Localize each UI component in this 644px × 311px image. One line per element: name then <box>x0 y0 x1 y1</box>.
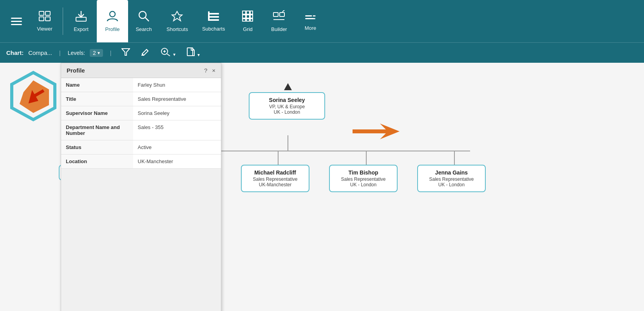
levels-chevron-icon[interactable]: ▾ <box>98 50 100 56</box>
tim-title: Sales Representative <box>335 176 391 182</box>
grid-label: Grid <box>243 26 253 32</box>
michael-title: Sales Representative <box>247 176 303 182</box>
profile-panel-header: Profile ? × <box>61 63 221 78</box>
svg-rect-14 <box>242 11 246 14</box>
michael-name: Michael Radcliff <box>247 169 303 176</box>
profile-panel-title: Profile <box>67 67 85 74</box>
jenna-node[interactable]: Jenna Gains Sales Representative UK - Lo… <box>417 165 486 192</box>
svg-rect-19 <box>250 15 253 18</box>
svg-line-8 <box>145 18 149 21</box>
svg-rect-13 <box>208 11 210 21</box>
svg-rect-18 <box>246 15 250 18</box>
viewer-icon <box>38 11 51 24</box>
svg-line-39 <box>167 54 170 56</box>
sorina-title: VP, UK & Europe <box>255 104 319 109</box>
shortcuts-label: Shortcuts <box>166 26 188 32</box>
builder-icon <box>273 10 285 24</box>
svg-rect-12 <box>208 19 219 21</box>
profile-panel: Profile ? × NameFarley ShunTitleSales Re… <box>61 63 221 311</box>
menu-button[interactable] <box>4 0 29 42</box>
document-button[interactable]: ▾ <box>183 45 203 60</box>
profile-row: NameFarley Shun <box>61 78 221 92</box>
profile-icon <box>107 10 118 24</box>
levels-control[interactable]: 2 ▾ <box>90 49 103 57</box>
profile-label: Profile <box>105 26 120 32</box>
export-button[interactable]: Export <box>65 0 97 42</box>
toolbar: Viewer Export Profile <box>0 0 644 42</box>
svg-rect-11 <box>208 16 219 18</box>
svg-rect-22 <box>250 19 253 21</box>
levels-label: Levels: <box>68 50 85 56</box>
builder-button[interactable]: Builder <box>263 0 295 42</box>
grid-button[interactable]: Grid <box>232 0 263 42</box>
svg-rect-10 <box>208 13 219 15</box>
michael-node[interactable]: Michael Radcliff Sales Representative UK… <box>241 165 309 192</box>
svg-rect-23 <box>273 13 278 16</box>
profile-field-value: Sales - 355 <box>133 120 221 140</box>
profile-field-label: Status <box>61 140 133 155</box>
subcharts-button[interactable]: Subcharts <box>195 0 232 42</box>
tim-node[interactable]: Tim Bishop Sales Representative UK - Lon… <box>329 165 398 192</box>
filter-button[interactable] <box>118 46 133 59</box>
zoom-button[interactable]: ▾ <box>157 46 179 60</box>
profile-field-label: Supervisor Name <box>61 106 133 120</box>
svg-marker-54 <box>353 124 400 139</box>
svg-line-26 <box>282 10 284 12</box>
jenna-title: Sales Representative <box>423 176 479 182</box>
profile-panel-controls: ? × <box>204 67 215 74</box>
sorina-location: UK - London <box>255 109 319 115</box>
more-button[interactable]: More <box>295 0 326 42</box>
svg-point-33 <box>314 15 315 16</box>
profile-field-value: Sorina Seeley <box>133 106 221 120</box>
logo <box>8 71 59 127</box>
profile-field-label: Name <box>61 78 133 92</box>
edit-button[interactable] <box>138 46 153 60</box>
tim-name: Tim Bishop <box>335 169 391 176</box>
profile-button[interactable]: Profile <box>97 0 128 42</box>
chart-bar: Chart: Compa... | Levels: 2 ▾ | ▾ ▾ <box>0 42 644 63</box>
profile-field-label: Department Name and Number <box>61 120 133 140</box>
profile-row: LocationUK-Manchester <box>61 155 221 169</box>
main-area: Profile ? × NameFarley ShunTitleSales Re… <box>0 63 644 311</box>
svg-rect-2 <box>39 17 44 21</box>
sorina-node[interactable]: Sorina Seeley VP, UK & Europe UK - Londo… <box>249 92 325 120</box>
shortcuts-button[interactable]: Shortcuts <box>159 0 195 42</box>
profile-row: StatusActive <box>61 140 221 155</box>
svg-rect-24 <box>280 13 284 16</box>
svg-rect-21 <box>246 19 250 21</box>
svg-rect-16 <box>250 11 253 14</box>
hamburger-icon <box>11 18 22 25</box>
tim-location: UK - London <box>335 182 391 187</box>
subcharts-icon <box>207 11 220 24</box>
profile-row: Supervisor NameSorina Seeley <box>61 106 221 120</box>
more-icon <box>304 12 316 23</box>
search-icon <box>138 10 150 24</box>
profile-field-value: Sales Representative <box>133 92 221 106</box>
search-label: Search <box>136 26 152 32</box>
profile-field-label: Title <box>61 92 133 106</box>
svg-rect-0 <box>39 11 44 15</box>
viewer-button[interactable]: Viewer <box>29 0 60 42</box>
svg-point-7 <box>139 11 146 18</box>
svg-marker-34 <box>122 49 130 55</box>
svg-rect-29 <box>305 18 315 19</box>
profile-table: NameFarley ShunTitleSales Representative… <box>61 78 221 169</box>
svg-point-6 <box>110 11 115 17</box>
svg-rect-42 <box>187 48 193 56</box>
profile-field-value: Farley Shun <box>133 78 221 92</box>
shortcuts-icon <box>171 10 183 24</box>
profile-close-button[interactable]: × <box>212 67 215 74</box>
profile-field-value: Active <box>133 140 221 155</box>
profile-field-label: Location <box>61 155 133 169</box>
michael-location: UK-Manchester <box>247 182 303 187</box>
zoom-chevron: ▾ <box>173 52 175 57</box>
chart-value: Compa... <box>28 49 52 56</box>
profile-help-button[interactable]: ? <box>204 67 207 74</box>
grid-icon <box>242 10 253 24</box>
toolbar-divider-1 <box>63 7 63 35</box>
profile-row: TitleSales Representative <box>61 92 221 106</box>
profile-field-value: UK-Manchester <box>133 155 221 169</box>
search-button[interactable]: Search <box>128 0 159 42</box>
more-label: More <box>305 25 317 31</box>
profile-row: Department Name and NumberSales - 355 <box>61 120 221 140</box>
